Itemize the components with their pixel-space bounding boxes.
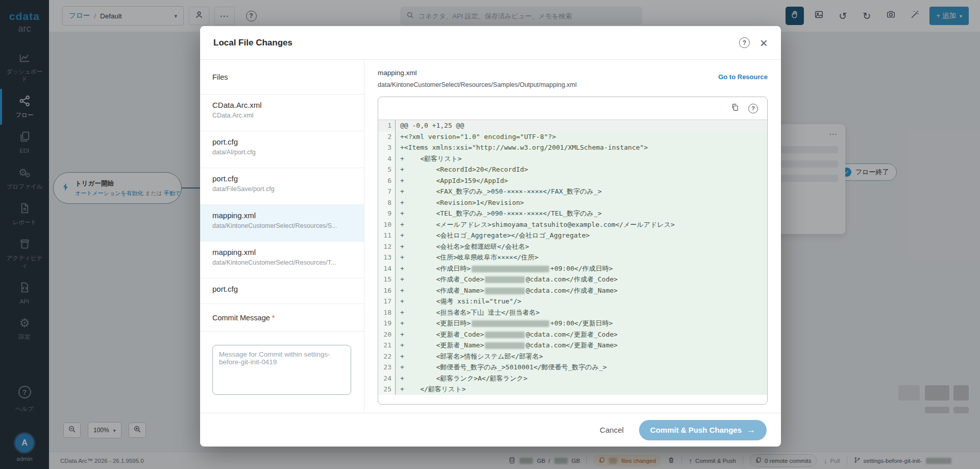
diff-line-number: 18 <box>378 307 396 318</box>
file-item[interactable]: port.cfgdata/FileSave/port.cfg <box>200 168 364 205</box>
file-item[interactable]: mapping.xmldata/KintoneCustomerSelect/Re… <box>200 205 364 242</box>
diff-line: 14+ <作成日時>+09:00</作成日時> <box>378 263 767 274</box>
diff-line: 13+ <住所>岐阜県岐阜市××××</住所> <box>378 252 767 263</box>
diff-line: 2+<?xml version="1.0" encoding="UTF-8"?> <box>378 131 767 143</box>
copy-icon[interactable] <box>731 103 739 113</box>
required-indicator: * <box>272 314 275 322</box>
diff-line-code: +<?xml version="1.0" encoding="UTF-8"?> <box>396 131 767 143</box>
diff-line: 9+ <TEL_数字のみ_>090-××××-××××</TEL_数字のみ_> <box>378 208 767 219</box>
commit-message-input[interactable] <box>212 345 351 395</box>
file-item[interactable]: port.cfgdata/AI/port.cfg <box>200 131 364 168</box>
diff-line-code: + <作成者_Name>@cdata.com</作成者_Name> <box>396 285 767 296</box>
redacted-text <box>485 332 525 338</box>
diff-line-number: 20 <box>378 329 396 340</box>
diff-line-number: 23 <box>378 362 396 373</box>
file-list: CData.Arc.xmlCData.Arc.xmlport.cfgdata/A… <box>200 95 364 304</box>
diff-line-number: 5 <box>378 164 396 175</box>
diff-line-code: + <会社名>金都運総研</会社名> <box>396 241 767 252</box>
diff-line: 12+ <会社名>金都運総研</会社名> <box>378 241 767 252</box>
file-name: mapping.xml <box>212 211 352 220</box>
diff-line: 21+ <更新者_Name>@cdata.com</更新者_Name> <box>378 340 767 351</box>
diff-line-number: 8 <box>378 197 396 208</box>
cancel-button[interactable]: Cancel <box>600 426 624 434</box>
diff-line: 1@@ -0,0 +1,25 @@ <box>378 120 767 131</box>
diff-line-number: 25 <box>378 384 396 395</box>
diff-line: 15+ <作成者_Code>@cdata.com</作成者_Code> <box>378 274 767 285</box>
diff-line-number: 10 <box>378 219 396 230</box>
file-item[interactable]: mapping.xmldata/KintoneCustomerSelect/Re… <box>200 242 364 278</box>
diff-line-number: 21 <box>378 340 396 351</box>
diff-line: 6+ <AppId>159</AppId> <box>378 175 767 186</box>
diff-line-code: + <部署名>情報システム部</部署名> <box>396 351 767 362</box>
diff-line: 18+ <担当者名>下山 達士</担当者名> <box>378 307 767 318</box>
arrow-right-icon: → <box>747 425 755 435</box>
files-section-label: Files <box>200 60 364 95</box>
diff-line-number: 12 <box>378 241 396 252</box>
commit-message-label: Commit Message <box>212 314 270 322</box>
diff-line-code: @@ -0,0 +1,25 @@ <box>396 120 767 131</box>
diff-line: 7+ <FAX_数字のみ_>050-××××-××××</FAX_数字のみ_> <box>378 186 767 197</box>
diff-line-code: + <会社ロゴ_Aggregate></会社ロゴ_Aggregate> <box>396 230 767 241</box>
diff-line-code: + </顧客リスト> <box>396 384 767 395</box>
diff-line-number: 13 <box>378 252 396 263</box>
diff-content[interactable]: 1@@ -0,0 +1,25 @@2+<?xml version="1.0" e… <box>378 120 767 404</box>
redacted-text <box>472 266 549 272</box>
diff-line-code: + <TEL_数字のみ_>090-××××-××××</TEL_数字のみ_> <box>396 208 767 219</box>
diff-line-code: + <更新日時>+09:00</更新日時> <box>396 318 767 329</box>
diff-line-number: 17 <box>378 296 396 307</box>
commit-push-changes-button[interactable]: Commit & Push Changes → <box>639 420 767 440</box>
diff-file-title: mapping.xml <box>378 69 768 77</box>
file-name: port.cfg <box>212 137 352 146</box>
diff-line-code: + <更新者_Code>@cdata.com</更新者_Code> <box>396 329 767 340</box>
diff-line: 20+ <更新者_Code>@cdata.com</更新者_Code> <box>378 329 767 340</box>
diff-line: 16+ <作成者_Name>@cdata.com</作成者_Name> <box>378 285 767 296</box>
diff-line-number: 11 <box>378 230 396 241</box>
diff-line-number: 19 <box>378 318 396 329</box>
diff-line: 17+ <備考 xsi:nil="true"/> <box>378 296 767 307</box>
file-path: data/AI/port.cfg <box>212 149 352 156</box>
file-name: port.cfg <box>212 285 352 293</box>
diff-line-number: 1 <box>378 120 396 131</box>
commit-push-changes-label: Commit & Push Changes <box>650 426 742 434</box>
diff-line-code: + <郵便番号_数字のみ_>5010001</郵便番号_数字のみ_> <box>396 362 767 373</box>
file-item[interactable]: CData.Arc.xmlCData.Arc.xml <box>200 95 364 131</box>
diff-line: 5+ <RecordId>20</RecordId> <box>378 164 767 175</box>
close-icon[interactable]: × <box>760 36 768 50</box>
diff-line-code: + <作成者_Code>@cdata.com</作成者_Code> <box>396 274 767 285</box>
diff-line-code: + <顧客リスト> <box>396 153 767 165</box>
file-name: CData.Arc.xml <box>212 101 352 109</box>
diff-line-code: + <備考 xsi:nil="true"/> <box>396 296 767 307</box>
dialog-help-icon[interactable]: ? <box>739 37 750 48</box>
go-to-resource-link[interactable]: Go to Resource <box>718 73 768 81</box>
diff-line: 24+ <顧客ランク>A</顧客ランク> <box>378 373 767 384</box>
diff-file-path: data/KintoneCustomerSelect/Resources/Sam… <box>378 81 768 88</box>
diff-line-code: +<Items xmlns:xsi="http://www.w3.org/200… <box>396 142 767 153</box>
diff-line-code: + <担当者名>下山 達士</担当者名> <box>396 307 767 318</box>
diff-line-number: 16 <box>378 285 396 296</box>
diff-line-code: + <AppId>159</AppId> <box>396 175 767 186</box>
diff-line-code: + <更新者_Name>@cdata.com</更新者_Name> <box>396 340 767 351</box>
file-path: CData.Arc.xml <box>212 112 352 119</box>
file-item[interactable]: port.cfg <box>200 278 364 304</box>
diff-line: 3+<Items xmlns:xsi="http://www.w3.org/20… <box>378 142 767 153</box>
diff-line-code: + <顧客ランク>A</顧客ランク> <box>396 373 767 384</box>
redacted-text <box>485 288 525 294</box>
diff-line: 19+ <更新日時>+09:00</更新日時> <box>378 318 767 329</box>
file-path: data/KintoneCustomerSelect/Resources/S..… <box>212 222 352 229</box>
diff-line-number: 6 <box>378 175 396 186</box>
redacted-text <box>485 276 525 283</box>
diff-line-code: + <作成日時>+09:00</作成日時> <box>396 263 767 274</box>
diff-line-number: 2 <box>378 131 396 143</box>
file-path: data/FileSave/port.cfg <box>212 185 352 193</box>
diff-line-number: 22 <box>378 351 396 362</box>
local-file-changes-dialog: Local File Changes ? × Files CData.Arc.x… <box>200 26 781 447</box>
file-name: mapping.xml <box>212 248 352 256</box>
diff-line-code: + <Revision>1</Revision> <box>396 197 767 208</box>
diff-line-number: 24 <box>378 373 396 384</box>
diff-line-code: + <住所>岐阜県岐阜市××××</住所> <box>396 252 767 263</box>
file-name: port.cfg <box>212 174 352 183</box>
diff-line: 11+ <会社ロゴ_Aggregate></会社ロゴ_Aggregate> <box>378 230 767 241</box>
diff-line: 25+ </顧客リスト> <box>378 384 767 395</box>
diff-help-icon[interactable]: ? <box>748 104 758 113</box>
redacted-text <box>472 320 549 327</box>
